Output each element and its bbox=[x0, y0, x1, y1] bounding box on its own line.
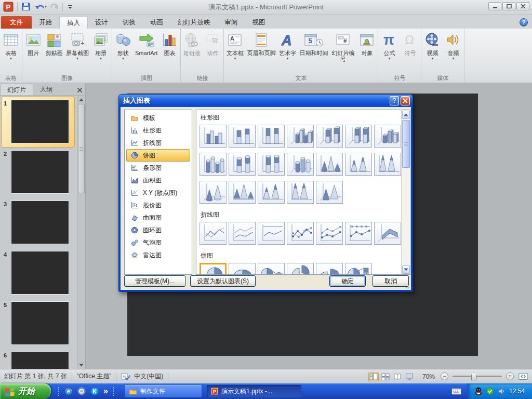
scrollbar-thumb[interactable] bbox=[402, 120, 410, 168]
close-icon[interactable] bbox=[74, 84, 85, 95]
ie-icon[interactable]: e bbox=[64, 387, 73, 395]
slide-thumbnail-image[interactable] bbox=[11, 150, 69, 194]
chart-type-line3d[interactable] bbox=[374, 222, 401, 245]
scroll-down-icon[interactable] bbox=[78, 362, 85, 368]
tab-design[interactable]: 设计 bbox=[88, 16, 115, 29]
chart-type-pie-of-pie[interactable] bbox=[258, 263, 285, 275]
chart-type-cyl-stacked100[interactable] bbox=[258, 153, 285, 176]
chart-type-col-stacked100[interactable] bbox=[258, 125, 285, 148]
chart-type-line-markers-stacked100[interactable] bbox=[345, 222, 372, 245]
minimize-button[interactable] bbox=[488, 2, 501, 10]
ribbon-button-album[interactable]: 相册▼ bbox=[90, 29, 111, 74]
ribbon-button-slide-number[interactable]: #幻灯片编号 bbox=[329, 29, 356, 74]
slide-thumbnail-2[interactable]: 2 bbox=[0, 150, 77, 195]
slide-thumbnail-image[interactable] bbox=[11, 251, 69, 295]
volume-icon[interactable] bbox=[498, 388, 505, 395]
tab-transitions[interactable]: 切换 bbox=[115, 16, 143, 29]
chart-type-cyl-clustered[interactable] bbox=[200, 153, 227, 176]
start-button[interactable]: 开始 bbox=[0, 383, 51, 399]
chart-category-bar[interactable]: 条形图 bbox=[126, 162, 190, 174]
slide-thumbnail-5[interactable]: 5 bbox=[0, 301, 77, 346]
ribbon-button-screenshot[interactable]: 屏幕截图▼ bbox=[64, 29, 90, 74]
dialog-titlebar[interactable]: 插入图表 ? bbox=[119, 95, 413, 107]
tab-home[interactable]: 开始 bbox=[32, 16, 59, 29]
slide-thumbnail-image[interactable] bbox=[11, 352, 69, 369]
chart-type-line-stacked100[interactable] bbox=[258, 222, 285, 245]
set-default-chart-button[interactable]: 设置为默认图表(S) bbox=[190, 275, 256, 287]
chart-category-radar[interactable]: 雷达图 bbox=[126, 249, 190, 261]
chart-type-cyl3d[interactable] bbox=[287, 153, 314, 176]
chart-type-col3d[interactable] bbox=[374, 125, 401, 148]
chart-category-doughnut[interactable]: 圆环图 bbox=[126, 224, 190, 236]
dialog-help-button[interactable]: ? bbox=[390, 96, 399, 105]
chart-type-bar-of-pie[interactable] bbox=[345, 263, 372, 275]
messenger-icon[interactable] bbox=[77, 387, 86, 395]
chart-type-col-clustered[interactable] bbox=[200, 125, 227, 148]
ribbon-button-header-footer[interactable]: 页眉和页脚 bbox=[245, 29, 277, 74]
chart-type-pie3d[interactable] bbox=[229, 263, 256, 275]
slide-thumbnail-6[interactable]: 6 bbox=[0, 352, 77, 369]
chart-type-col3d-stacked100[interactable] bbox=[345, 125, 372, 148]
chart-category-xy-scatter[interactable]: X Y (散点图) bbox=[126, 187, 190, 199]
k-app-icon[interactable]: K bbox=[90, 387, 99, 395]
chart-type-cone-stacked100[interactable] bbox=[374, 153, 401, 176]
ribbon-button-textbox[interactable]: A文本框▼ bbox=[224, 29, 245, 74]
ribbon-button-video[interactable]: 视频▼ bbox=[422, 29, 443, 74]
scroll-down-icon[interactable] bbox=[402, 265, 410, 274]
ribbon-button-picture[interactable]: 图片 bbox=[23, 29, 44, 74]
scroll-up-icon[interactable] bbox=[402, 111, 410, 119]
chart-type-line-markers[interactable] bbox=[287, 222, 314, 245]
ribbon-button-shapes[interactable]: 形状▼ bbox=[113, 29, 134, 74]
chart-category-column[interactable]: 柱形图 bbox=[126, 124, 190, 137]
ribbon-button-table[interactable]: 表格▼ bbox=[1, 29, 21, 74]
tab-insert[interactable]: 插入 bbox=[59, 16, 88, 29]
ribbon-button-wordart[interactable]: A艺术字▼ bbox=[277, 29, 298, 74]
chart-type-col3d-stacked[interactable] bbox=[316, 125, 343, 148]
view-sorter-button[interactable] bbox=[380, 372, 391, 381]
manage-templates-button[interactable]: 管理模板(M)... bbox=[124, 275, 185, 287]
slides-scrollbar[interactable] bbox=[77, 96, 85, 369]
slide-thumbnail-3[interactable]: 3 bbox=[0, 201, 77, 245]
chart-type-cone-clustered[interactable] bbox=[316, 153, 343, 176]
fit-to-window-button[interactable] bbox=[518, 373, 528, 380]
input-method-keyboard-icon[interactable] bbox=[451, 388, 461, 395]
view-normal-button[interactable] bbox=[368, 372, 379, 381]
chevron-icon[interactable]: » bbox=[103, 387, 108, 396]
chart-category-area[interactable]: 面积图 bbox=[126, 174, 190, 187]
ribbon-button-audio[interactable]: 音频▼ bbox=[443, 29, 463, 74]
chart-category-templates[interactable]: 模板 bbox=[126, 112, 190, 124]
ok-button[interactable]: 确定 bbox=[329, 275, 366, 287]
scrollbar-thumb[interactable] bbox=[78, 104, 85, 193]
slide-thumbnail-image[interactable] bbox=[11, 301, 69, 345]
ribbon-button-object[interactable]: 对象 bbox=[356, 29, 377, 74]
chart-type-line-stacked[interactable] bbox=[229, 222, 256, 245]
close-button[interactable] bbox=[516, 2, 529, 10]
tab-review[interactable]: 审阅 bbox=[218, 16, 245, 29]
ribbon-button-datetime[interactable]: 5日期和时间 bbox=[298, 29, 329, 74]
ribbon-button-clipart[interactable]: 剪贴画 bbox=[44, 29, 64, 74]
chart-type-line-basic[interactable] bbox=[200, 222, 227, 245]
chart-type-pie2d[interactable] bbox=[200, 263, 227, 275]
chart-type-pie3d-exploded[interactable] bbox=[316, 263, 343, 275]
tab-slides[interactable]: 幻灯片 bbox=[0, 84, 33, 95]
chart-category-pie[interactable]: 饼图 bbox=[126, 149, 190, 162]
resize-grip[interactable] bbox=[404, 283, 410, 289]
zoom-slider[interactable] bbox=[453, 376, 502, 377]
maximize-button[interactable] bbox=[502, 2, 515, 10]
tab-file[interactable]: 文件 bbox=[1, 16, 32, 29]
gallery-scrollbar[interactable] bbox=[401, 110, 410, 274]
zoom-out-button[interactable]: − bbox=[441, 373, 448, 380]
chart-type-cone-stacked[interactable] bbox=[345, 153, 372, 176]
view-reading-button[interactable] bbox=[392, 372, 403, 381]
ribbon-button-equation[interactable]: π公式▼ bbox=[379, 29, 400, 74]
qq-icon[interactable] bbox=[475, 387, 482, 395]
tab-outline[interactable]: 大纲 bbox=[33, 84, 59, 95]
chart-type-pie-exploded[interactable] bbox=[287, 263, 314, 275]
tab-view[interactable]: 视图 bbox=[245, 16, 273, 29]
chart-category-bubble[interactable]: 气泡图 bbox=[126, 236, 190, 249]
chart-type-cone3d[interactable] bbox=[200, 181, 227, 204]
ribbon-button-smartart[interactable]: SmartArt bbox=[134, 29, 159, 74]
chart-type-pyr-stacked[interactable] bbox=[258, 181, 285, 204]
status-language[interactable]: 中文(中国) bbox=[134, 372, 163, 381]
scroll-up-icon[interactable] bbox=[78, 96, 85, 103]
